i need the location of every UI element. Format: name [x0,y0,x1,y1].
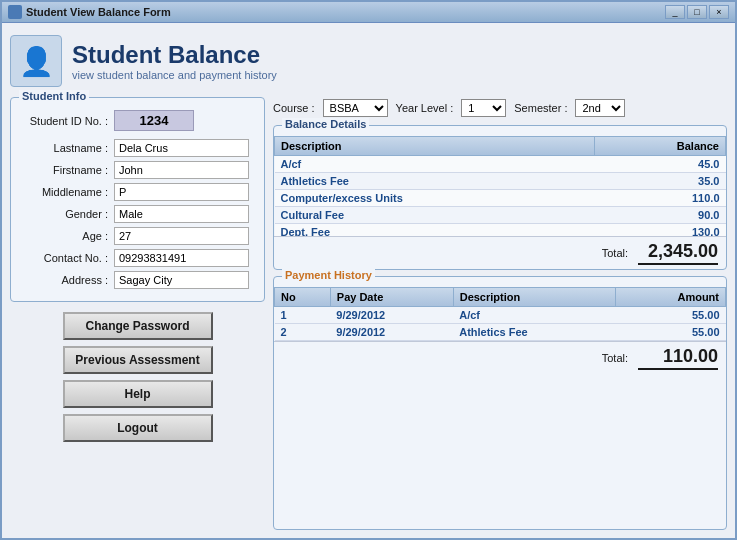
balance-col-balance: Balance [594,137,725,156]
pay-col-description: Description [453,288,615,307]
balance-group-label: Balance Details [282,118,369,130]
contact-row: Contact No. : [19,249,256,267]
balance-cell-description: A/cf [275,156,595,173]
id-row: Student ID No. : 1234 [19,110,256,131]
lastname-input[interactable] [114,139,249,157]
close-button[interactable]: × [709,5,729,19]
main-window: Student View Balance Form _ □ × 👤 Studen… [0,0,737,540]
previous-assessment-button[interactable]: Previous Assessment [63,346,213,374]
pay-cell-date: 9/29/2012 [330,324,453,341]
logout-button[interactable]: Logout [63,414,213,442]
gender-row: Gender : [19,205,256,223]
balance-total-row: Total: 2,345.00 [274,236,726,269]
pay-cell-description: A/cf [453,307,615,324]
course-row: Course : BSBA Year Level : 1 Semester : … [273,97,727,119]
balance-cell-description: Computer/excess Units [275,190,595,207]
pay-cell-amount: 55.00 [615,307,725,324]
balance-table-row: Computer/excess Units 110.0 [275,190,726,207]
semester-label: Semester : [514,102,567,114]
middlename-input[interactable] [114,183,249,201]
avatar-icon: 👤 [10,35,62,87]
payment-table-row: 2 9/29/2012 Athletics Fee 55.00 [275,324,726,341]
address-row: Address : [19,271,256,289]
middlename-row: Middlename : [19,183,256,201]
course-select[interactable]: BSBA [323,99,388,117]
gender-label: Gender : [19,208,114,220]
balance-col-description: Description [275,137,595,156]
balance-table-row: A/cf 45.0 [275,156,726,173]
main-content: Student Info Student ID No. : 1234 Lastn… [10,97,727,530]
address-input[interactable] [114,271,249,289]
semester-select[interactable]: 2nd [575,99,625,117]
payment-total-row: Total: 110.00 [274,341,726,374]
balance-cell-value: 110.0 [594,190,725,207]
pay-col-amount: Amount [615,288,725,307]
pay-col-date: Pay Date [330,288,453,307]
student-info-group: Student Info Student ID No. : 1234 Lastn… [10,97,265,302]
balance-total-label: Total: [602,247,628,259]
middlename-label: Middlename : [19,186,114,198]
title-bar: Student View Balance Form _ □ × [2,2,735,23]
address-label: Address : [19,274,114,286]
balance-table: Description Balance A/cf 45.0 Athletics … [274,136,726,236]
balance-table-row: Athletics Fee 35.0 [275,173,726,190]
contact-label: Contact No. : [19,252,114,264]
gender-input[interactable] [114,205,249,223]
payment-table-scroll[interactable]: No Pay Date Description Amount 1 9/29/20… [274,277,726,341]
group-label: Student Info [19,90,89,102]
age-label: Age : [19,230,114,242]
window-title: Student View Balance Form [26,6,171,18]
maximize-button[interactable]: □ [687,5,707,19]
firstname-row: Firstname : [19,161,256,179]
page-title: Student Balance [72,41,277,69]
payment-group: Payment History No Pay Date Description … [273,276,727,530]
header-section: 👤 Student Balance view student balance a… [10,31,727,91]
avatar-emoji: 👤 [19,45,54,78]
balance-cell-description: Cultural Fee [275,207,595,224]
payment-total-value: 110.00 [638,346,718,370]
change-password-button[interactable]: Change Password [63,312,213,340]
lastname-label: Lastname : [19,142,114,154]
payment-group-label: Payment History [282,269,375,281]
minimize-button[interactable]: _ [665,5,685,19]
balance-table-scroll[interactable]: Description Balance A/cf 45.0 Athletics … [274,126,726,236]
firstname-label: Firstname : [19,164,114,176]
content-area: 👤 Student Balance view student balance a… [2,23,735,538]
payment-total-label: Total: [602,352,628,364]
pay-cell-amount: 55.00 [615,324,725,341]
balance-cell-value: 90.0 [594,207,725,224]
balance-cell-value: 45.0 [594,156,725,173]
right-panel: Course : BSBA Year Level : 1 Semester : … [273,97,727,530]
title-bar-icon [8,5,22,19]
year-label: Year Level : [396,102,454,114]
age-row: Age : [19,227,256,245]
balance-group: Balance Details Description Balance [273,125,727,270]
balance-cell-value: 35.0 [594,173,725,190]
pay-cell-date: 9/29/2012 [330,307,453,324]
balance-total-value: 2,345.00 [638,241,718,265]
balance-table-wrapper: Description Balance A/cf 45.0 Athletics … [274,126,726,236]
pay-cell-description: Athletics Fee [453,324,615,341]
payment-table-row: 1 9/29/2012 A/cf 55.00 [275,307,726,324]
balance-cell-description: Athletics Fee [275,173,595,190]
student-id-label: Student ID No. : [19,115,114,127]
buttons-section: Change Password Previous Assessment Help… [10,308,265,446]
course-label: Course : [273,102,315,114]
help-button[interactable]: Help [63,380,213,408]
contact-input[interactable] [114,249,249,267]
firstname-input[interactable] [114,161,249,179]
pay-col-no: No [275,288,331,307]
year-select[interactable]: 1 [461,99,506,117]
balance-table-row: Dept. Fee 130.0 [275,224,726,237]
balance-cell-description: Dept. Fee [275,224,595,237]
lastname-row: Lastname : [19,139,256,157]
student-id-value: 1234 [114,110,194,131]
header-text: Student Balance view student balance and… [72,41,277,81]
payment-table: No Pay Date Description Amount 1 9/29/20… [274,287,726,341]
left-panel: Student Info Student ID No. : 1234 Lastn… [10,97,265,530]
age-input[interactable] [114,227,249,245]
page-subtitle: view student balance and payment history [72,69,277,81]
pay-cell-no: 1 [275,307,331,324]
balance-cell-value: 130.0 [594,224,725,237]
window-controls: _ □ × [665,5,729,19]
